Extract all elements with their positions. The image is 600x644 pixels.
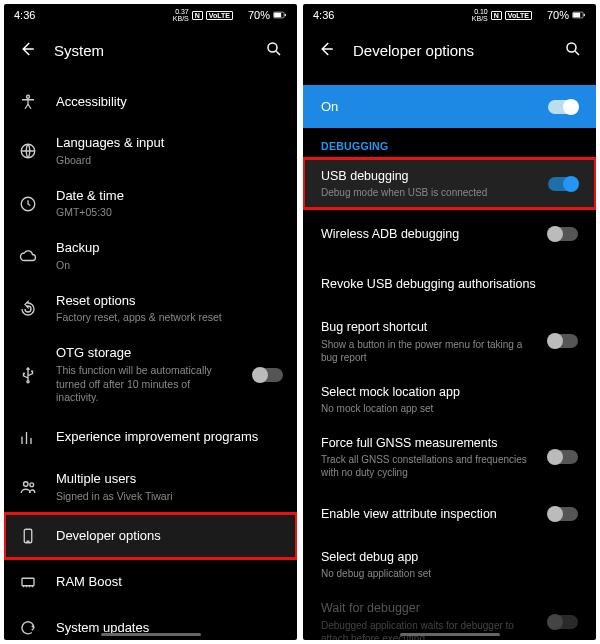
row-label: Bug report shortcut	[321, 319, 534, 335]
row-sub: Track all GNSS constellations and freque…	[321, 453, 534, 479]
gnss-toggle[interactable]	[548, 450, 578, 464]
net-speed-value: 0.37	[173, 8, 189, 15]
row-revoke-usb[interactable]: Revoke USB debugging authorisations	[303, 259, 596, 309]
battery-percent: 70%	[547, 9, 569, 21]
row-label: Multiple users	[56, 471, 283, 488]
row-sub: Debug mode when USB is connected	[321, 186, 534, 199]
row-label: Developer options	[56, 528, 283, 545]
row-ram-boost[interactable]: RAM Boost	[4, 559, 297, 605]
cloud-icon	[18, 247, 38, 265]
row-label: Wait for debugger	[321, 600, 534, 616]
row-languages-input[interactable]: Languages & inputGboard	[4, 125, 297, 178]
status-time: 4:36	[14, 9, 35, 21]
svg-rect-3	[285, 14, 286, 16]
row-view-attribute[interactable]: Enable view attribute inspection	[303, 489, 596, 539]
row-force-gnss[interactable]: Force full GNSS measurementsTrack all GN…	[303, 425, 596, 489]
row-label: Force full GNSS measurements	[321, 435, 534, 451]
search-icon[interactable]	[564, 40, 582, 61]
status-bar: 4:36 0.37 KB/S N VoLTE 70%	[4, 4, 297, 26]
accessibility-icon	[18, 93, 38, 111]
row-sub: Show a button in the power menu for taki…	[321, 338, 534, 364]
phone-icon	[18, 527, 38, 545]
view-attribute-toggle[interactable]	[548, 507, 578, 521]
usb-debugging-toggle[interactable]	[548, 177, 578, 191]
row-label: RAM Boost	[56, 574, 283, 591]
volte-icon: VoLTE	[505, 11, 532, 20]
svg-point-10	[30, 483, 34, 487]
header: Developer options	[303, 26, 596, 79]
on-label: On	[321, 99, 338, 114]
row-mock-location[interactable]: Select mock location appNo mock location…	[303, 374, 596, 425]
section-debugging: DEBUGGING	[303, 128, 596, 158]
nav-handle[interactable]	[400, 633, 500, 636]
row-date-time[interactable]: Date & timeGMT+05:30	[4, 178, 297, 231]
chart-icon	[18, 429, 38, 447]
wireless-adb-toggle[interactable]	[548, 227, 578, 241]
row-sub: This function will be automatically turn…	[56, 364, 235, 405]
master-toggle-row[interactable]: On	[303, 85, 596, 128]
globe-icon	[18, 142, 38, 160]
status-bar: 4:36 0.10 KB/S N VoLTE 70%	[303, 4, 596, 26]
nfc-icon: N	[491, 11, 502, 20]
row-sub: On	[56, 259, 283, 273]
row-bug-report-shortcut[interactable]: Bug report shortcutShow a button in the …	[303, 309, 596, 373]
svg-point-5	[27, 95, 30, 98]
otg-toggle[interactable]	[253, 368, 283, 382]
net-speed-unit: KB/S	[472, 15, 488, 22]
svg-point-9	[24, 482, 29, 487]
back-icon[interactable]	[317, 40, 335, 61]
settings-list: Accessibility Languages & inputGboard Da…	[4, 79, 297, 640]
row-label: USB debugging	[321, 168, 534, 184]
row-usb-debugging[interactable]: USB debuggingDebug mode when USB is conn…	[303, 158, 596, 209]
row-label: Wireless ADB debugging	[321, 226, 534, 242]
svg-rect-15	[573, 13, 580, 18]
header: System	[4, 26, 297, 79]
row-otg-storage[interactable]: OTG storageThis function will be automat…	[4, 335, 297, 415]
row-label: Experience improvement programs	[56, 429, 283, 446]
nav-handle[interactable]	[101, 633, 201, 636]
row-select-debug-app[interactable]: Select debug appNo debug application set	[303, 539, 596, 590]
svg-rect-2	[274, 13, 281, 18]
usb-icon	[18, 366, 38, 384]
wait-debugger-toggle	[548, 615, 578, 629]
net-speed-unit: KB/S	[173, 15, 189, 22]
row-sub: GMT+05:30	[56, 206, 283, 220]
svg-rect-12	[22, 579, 34, 587]
row-label: Select mock location app	[321, 384, 578, 400]
back-icon[interactable]	[18, 40, 36, 61]
row-experience-improvement[interactable]: Experience improvement programs	[4, 415, 297, 461]
row-sub: Gboard	[56, 154, 283, 168]
battery-icon	[572, 10, 586, 20]
row-multiple-users[interactable]: Multiple usersSigned in as Vivek Tiwari	[4, 461, 297, 514]
developer-options-screen: 4:36 0.10 KB/S N VoLTE 70% Developer opt…	[303, 4, 596, 640]
system-settings-screen: 4:36 0.37 KB/S N VoLTE 70% System Access…	[4, 4, 297, 640]
ram-icon	[18, 573, 38, 591]
update-icon	[18, 619, 38, 637]
row-sub: No debug application set	[321, 567, 578, 580]
row-wireless-adb[interactable]: Wireless ADB debugging	[303, 209, 596, 259]
volte-icon: VoLTE	[206, 11, 233, 20]
row-sub: Debugged application waits for debugger …	[321, 619, 534, 641]
status-time: 4:36	[313, 9, 334, 21]
row-label: Backup	[56, 240, 283, 257]
master-toggle[interactable]	[548, 100, 578, 114]
row-backup[interactable]: BackupOn	[4, 230, 297, 283]
row-sub: Factory reset, apps & network reset	[56, 311, 283, 325]
net-speed-value: 0.10	[472, 8, 488, 15]
battery-percent: 70%	[248, 9, 270, 21]
search-icon[interactable]	[265, 40, 283, 61]
row-accessibility[interactable]: Accessibility	[4, 79, 297, 125]
row-reset-options[interactable]: Reset optionsFactory reset, apps & netwo…	[4, 283, 297, 336]
row-label: Select debug app	[321, 549, 578, 565]
svg-point-8	[27, 381, 29, 383]
bug-report-toggle[interactable]	[548, 334, 578, 348]
svg-point-17	[567, 43, 576, 52]
row-sub: No mock location app set	[321, 402, 578, 415]
row-label: Date & time	[56, 188, 283, 205]
row-developer-options[interactable]: Developer options	[4, 513, 297, 559]
clock-icon	[18, 195, 38, 213]
svg-point-4	[268, 43, 277, 52]
row-label: Reset options	[56, 293, 283, 310]
svg-rect-16	[584, 14, 585, 16]
row-label: Accessibility	[56, 94, 283, 111]
